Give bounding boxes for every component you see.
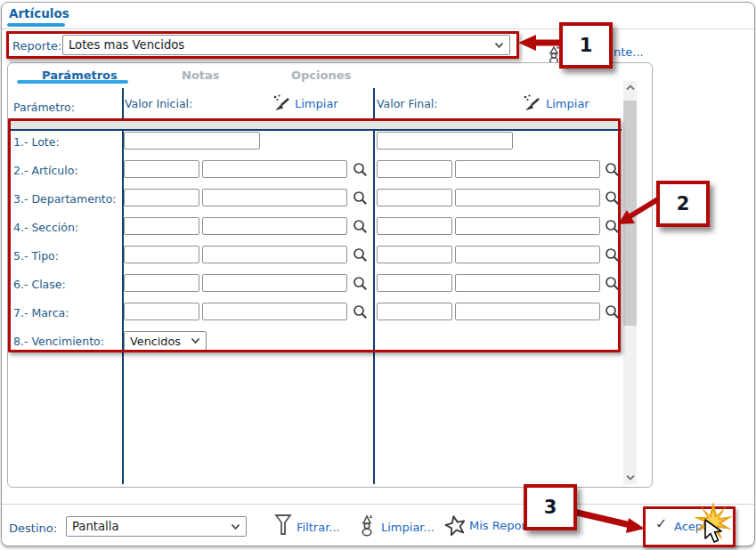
callout-3: 3 (524, 484, 577, 530)
param-value-input[interactable] (124, 303, 199, 320)
vencimiento-dropdown-value: Vencidos (130, 335, 191, 348)
partial-link[interactable]: nte... (614, 45, 644, 59)
filtrar-link[interactable]: Filtrar... (297, 521, 340, 534)
magnifier-icon[interactable] (353, 190, 368, 206)
param-row-label: 6.- Clase: (13, 278, 66, 291)
param-value-input[interactable] (455, 160, 600, 178)
param-value-input[interactable] (377, 132, 513, 150)
param-value-input[interactable] (202, 189, 347, 206)
magnifier-icon[interactable] (353, 304, 368, 319)
checkmark-icon: ✓ (655, 515, 667, 532)
star-icon (444, 514, 467, 537)
scrollbar-thumb[interactable] (623, 101, 637, 326)
chevron-down-icon (494, 42, 504, 49)
param-value-input[interactable] (377, 303, 452, 320)
param-row-label: 4.- Sección: (13, 221, 78, 234)
param-value-input[interactable] (455, 217, 600, 235)
param-row-label: 3.- Departamento: (13, 192, 117, 206)
destino-dropdown-value: Pantalla (72, 520, 231, 533)
tab-articulos[interactable]: Artículos (9, 6, 69, 20)
param-value-input[interactable] (124, 160, 199, 178)
magnifier-icon[interactable] (353, 276, 368, 291)
report-dropdown-value: Lotes mas Vencidos (69, 38, 494, 52)
param-value-input[interactable] (202, 246, 347, 263)
funnel-icon (274, 514, 292, 537)
magnifier-icon[interactable] (605, 304, 620, 319)
wizard-icon (358, 514, 377, 537)
param-value-input[interactable] (202, 217, 347, 235)
param-value-input[interactable] (377, 246, 452, 263)
report-label: Reporte: (12, 39, 61, 53)
top-divider (2, 28, 754, 29)
param-value-input[interactable] (124, 246, 199, 263)
report-dropdown[interactable]: Lotes mas Vencidos (62, 35, 510, 55)
param-row-label: 1.- Lote: (13, 135, 60, 149)
aceptar-button[interactable]: Aceptar (674, 520, 719, 533)
chevron-down-icon (231, 523, 240, 530)
param-row-label: 5.- Tipo: (13, 249, 59, 263)
magnifier-icon[interactable] (605, 162, 620, 177)
callout-2: 2 (656, 181, 710, 227)
param-value-input[interactable] (455, 189, 600, 206)
magnifier-icon[interactable] (605, 219, 620, 234)
parameters-panel: Parámetros Notas Opciones Parámetro: Val… (7, 62, 653, 488)
magnifier-icon[interactable] (605, 276, 620, 291)
param-value-input[interactable] (124, 217, 199, 235)
magnifier-icon[interactable] (605, 190, 620, 206)
param-value-input[interactable] (202, 160, 347, 178)
chevron-up-icon (626, 85, 635, 91)
limpiar-footer-link[interactable]: Limpiar... (381, 521, 435, 534)
tab-articulos-underline (7, 23, 65, 27)
param-value-input[interactable] (202, 303, 347, 320)
param-value-input[interactable] (377, 274, 452, 292)
footer-divider (2, 504, 754, 505)
param-value-input[interactable] (377, 217, 452, 235)
param-value-input[interactable] (455, 246, 600, 263)
param-row-label: 2.- Artículo: (13, 164, 78, 177)
vencimiento-dropdown[interactable]: Vencidos (124, 331, 207, 351)
destino-label: Destino: (9, 522, 57, 535)
magnifier-icon[interactable] (353, 247, 368, 263)
magnifier-icon[interactable] (353, 219, 368, 234)
param-value-input[interactable] (377, 160, 452, 178)
param-row-label: 7.- Marca: (13, 306, 69, 319)
scroll-down-button[interactable] (623, 471, 637, 484)
callout-1: 1 (559, 22, 613, 69)
params-rows: 1.- Lote:2.- Artículo:3.- Departamento:4… (8, 63, 652, 487)
param-value-input[interactable] (124, 189, 199, 206)
param-value-input[interactable] (455, 274, 600, 292)
param-value-input[interactable] (124, 132, 260, 150)
param-value-input[interactable] (455, 303, 600, 320)
param-row-label: 8.- Vencimiento: (13, 335, 104, 348)
magnifier-icon[interactable] (353, 162, 368, 177)
param-value-input[interactable] (124, 274, 199, 292)
report-dialog: Artículos Reporte: Lotes mas Vencidos nt… (0, 0, 756, 550)
param-value-input[interactable] (202, 274, 347, 292)
destino-dropdown[interactable]: Pantalla (66, 516, 247, 537)
param-value-input[interactable] (377, 189, 452, 206)
scroll-up-button[interactable] (623, 81, 637, 94)
vertical-scrollbar[interactable] (623, 81, 637, 484)
chevron-down-icon (626, 474, 635, 481)
magnifier-icon[interactable] (605, 247, 620, 263)
